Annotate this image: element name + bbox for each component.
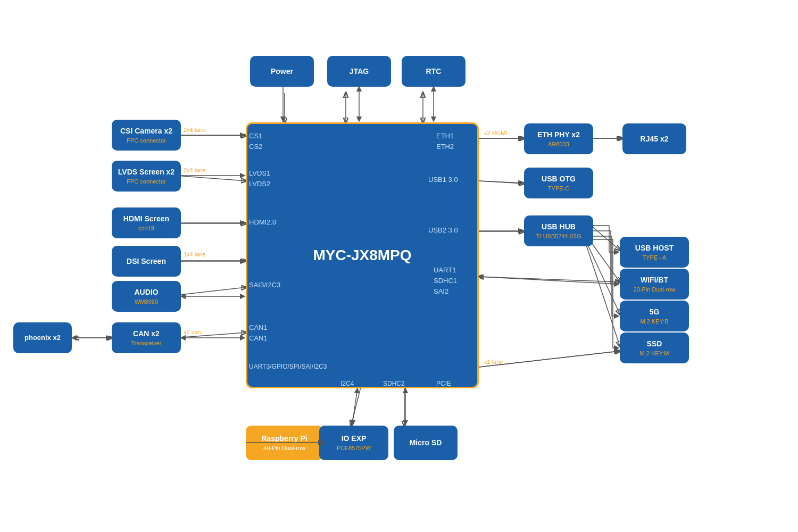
- block-power: Power: [250, 56, 314, 87]
- lane-label-eth: x2 RGMI: [484, 130, 507, 136]
- svg-line-7: [176, 287, 246, 295]
- block-rj45-label: RJ45 x2: [641, 134, 669, 144]
- chip-signal-i2c4: I2C4: [340, 380, 354, 387]
- lane-label-dsi: 1x4 lane: [184, 251, 206, 257]
- chip-signal-usb1: USB1 3.0: [428, 176, 458, 184]
- chip-signal-cs2: CS2: [249, 143, 262, 151]
- block-io-exp-label: IO EXP: [342, 434, 367, 443]
- lane-label-can: x2 can: [184, 329, 201, 335]
- block-micro-sd-label: Micro SD: [410, 438, 442, 447]
- chip-signal-uart3: UART3/GPIO/SPI/SAI/I2C3: [249, 363, 327, 370]
- block-wifi-bt-label: WIFI/BT: [641, 275, 668, 285]
- block-wifi-bt: WIFI/BT 20-Pin Dual-row: [620, 269, 689, 300]
- chip-signal-sdhc1: SDHC1: [434, 277, 457, 285]
- block-ssd: SSD M.2 KEY:M: [620, 332, 689, 363]
- block-dsi: DSI Screen: [112, 246, 181, 277]
- block-diagram: MYC-JX8MPQ CS1 CS2 LVDS1 LVDS2 HDMI2.0 S…: [0, 0, 798, 532]
- main-chip: MYC-JX8MPQ: [246, 122, 479, 388]
- block-usb-otg-sub: TYPE-C: [548, 185, 569, 192]
- block-rpi-label: Raspberry Pi: [261, 434, 307, 443]
- block-audio-sub: WM8960: [135, 298, 158, 305]
- svg-line-21: [351, 383, 362, 426]
- block-eth-phy: ETH PHY x2 AR8033: [524, 123, 593, 154]
- block-dsi-label: DSI Screen: [127, 256, 166, 266]
- chip-signal-sdhc2: SDHC2: [383, 380, 405, 387]
- chip-signal-can1b: CAN1: [249, 334, 268, 342]
- chip-signal-cs1: CS1: [249, 132, 262, 140]
- lane-label-pcie: x1 lane: [484, 359, 503, 365]
- block-raspberry-pi: Raspberry Pi 40-Pin Dual-row: [246, 426, 323, 460]
- block-csi-sub: FPC connector: [127, 137, 165, 144]
- block-wifi-bt-sub: 20-Pin Dual-row: [634, 286, 676, 293]
- chip-signal-lvds1: LVDS1: [249, 169, 270, 177]
- block-csi: CSI Camera x2 FPC connector: [112, 120, 181, 151]
- block-usb-otg-label: USB OTG: [542, 174, 576, 184]
- block-eth-phy-label: ETH PHY x2: [537, 130, 580, 139]
- block-hdmi-label: HDMI Screen: [123, 214, 169, 223]
- block-hdmi: HDMI Screen con19: [112, 207, 181, 238]
- block-can: CAN x2 Transceiver: [112, 322, 181, 353]
- block-rpi-sub: 40-Pin Dual-row: [263, 444, 305, 452]
- chip-signal-lvds2: LVDS2: [249, 180, 270, 188]
- chip-signal-eth2: ETH2: [436, 143, 454, 151]
- block-usb-otg: USB OTG TYPE-C: [524, 168, 593, 198]
- svg-line-4: [176, 176, 246, 181]
- chip-signal-usb2: USB2 3.0: [428, 226, 458, 234]
- chip-signal-sai3: SAI3/I2C3: [249, 281, 280, 289]
- block-io-exp-sub: PCF8575PW: [337, 444, 371, 452]
- block-usb-host-label: USB HOST: [635, 243, 674, 253]
- block-can-label: CAN x2: [133, 329, 160, 338]
- block-phoenix: phoenix x2: [13, 322, 72, 353]
- block-usb-hub-sub: TI USB5744-I/2G: [536, 232, 581, 240]
- block-usb-hub-label: USB HUB: [542, 222, 576, 231]
- chip-label: MYC-JX8MPQ: [313, 247, 411, 264]
- block-audio-label: AUDIO: [134, 287, 158, 297]
- block-hdmi-sub: con19: [138, 225, 154, 232]
- block-usb-host: USB HOST TYPE - A: [620, 237, 689, 268]
- block-lvds: LVDS Screen x2 FPC connector: [112, 161, 181, 192]
- lane-label-lvds: 2x4 lane: [184, 167, 206, 173]
- block-micro-sd: Micro SD: [394, 426, 458, 460]
- block-usb-host-sub: TYPE - A: [642, 254, 666, 261]
- block-rtc-label: RTC: [426, 66, 442, 76]
- block-ssd-label: SSD: [647, 339, 662, 348]
- block-phoenix-label: phoenix x2: [24, 334, 61, 343]
- chip-signal-pcie: PCIE: [436, 380, 451, 387]
- block-5g: 5G M.2 KEY:B: [620, 301, 689, 331]
- lane-label-csi: 2x4 lane: [184, 127, 206, 133]
- block-rtc: RTC: [402, 56, 466, 87]
- chip-signal-hdmi: HDMI2.0: [249, 218, 276, 226]
- block-5g-sub: M.2 KEY:B: [640, 318, 668, 325]
- block-io-exp: IO EXP PCF8575PW: [319, 426, 388, 460]
- svg-line-16: [585, 239, 620, 314]
- svg-line-18: [479, 277, 620, 282]
- chip-signal-can1a: CAN1: [249, 323, 268, 331]
- block-power-label: Power: [271, 66, 293, 76]
- svg-line-12: [479, 181, 524, 184]
- block-usb-hub: USB HUB TI USB5744-I/2G: [524, 215, 593, 246]
- chip-signal-sai2: SAI2: [434, 287, 448, 295]
- block-lvds-sub: FPC connector: [127, 178, 165, 185]
- svg-line-37: [479, 181, 523, 183]
- block-5g-label: 5G: [650, 307, 660, 317]
- block-rj45: RJ45 x2: [622, 123, 686, 154]
- block-jtag: JTAG: [327, 56, 391, 87]
- svg-line-42: [352, 388, 358, 425]
- block-jtag-label: JTAG: [350, 66, 369, 76]
- block-can-sub: Transceiver: [131, 339, 161, 347]
- svg-line-39: [479, 277, 619, 284]
- chip-signal-uart1: UART1: [434, 266, 456, 274]
- block-eth-phy-sub: AR8033: [548, 140, 569, 148]
- block-csi-label: CSI Camera x2: [120, 126, 172, 136]
- block-ssd-sub: M.2 KEY:M: [639, 350, 669, 357]
- chip-signal-eth1: ETH1: [436, 132, 454, 140]
- block-lvds-label: LVDS Screen x2: [118, 167, 174, 177]
- svg-line-17: [585, 242, 620, 346]
- block-audio: AUDIO WM8960: [112, 281, 181, 312]
